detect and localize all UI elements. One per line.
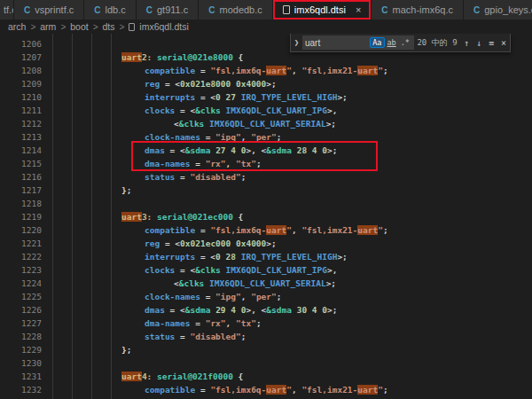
line-content[interactable]: compatible = "fsl,imx6q-uart", "fsl,imx2…: [46, 64, 388, 77]
code-line[interactable]: 1211clocks = <&clks IMX6QDL_CLK_UART_IPG…: [0, 104, 532, 117]
line-content[interactable]: uart2: serial@021e8000 {: [46, 51, 243, 64]
code-line[interactable]: 1213clock-names = "ipg", "per";: [0, 130, 532, 144]
code-token: "ipg": [215, 292, 241, 301]
code-line[interactable]: 1222interrupts = <0 28 IRQ_TYPE_LEVEL_HI…: [0, 250, 532, 263]
line-content[interactable]: };: [46, 184, 131, 197]
code-token: status: [145, 332, 175, 341]
line-number: 1230: [0, 356, 46, 370]
tab-close-icon[interactable]: ×: [356, 4, 361, 15]
code-token: dmas: [145, 305, 165, 315]
line-number: 1217: [0, 184, 46, 197]
tab-vsprintf.c[interactable]: Cvsprintf.c: [14, 0, 84, 20]
line-content[interactable]: uart4: serial@021f0000 {: [46, 370, 243, 383]
code-line[interactable]: 1216status = "disabled";: [0, 170, 532, 184]
code-token: &clks: [195, 106, 221, 115]
code-line[interactable]: 1229};: [0, 343, 532, 356]
find-expand-toggle-icon[interactable]: ❯: [291, 38, 302, 47]
line-content[interactable]: clock-names = "ipg", "per";: [46, 130, 282, 144]
breadcrumb-item-arch[interactable]: arch: [8, 21, 26, 32]
code-token: "ipg": [215, 132, 241, 142]
line-content[interactable]: status = "disabled";: [46, 170, 246, 184]
code-line[interactable]: 1214dmas = <&sdma 27 4 0>, <&sdma 28 4 0…: [0, 144, 532, 157]
breadcrumb-item-arm[interactable]: arm: [40, 21, 56, 32]
breadcrumb-item-boot[interactable]: boot: [70, 21, 88, 32]
line-content[interactable]: compatible = "fsl,imx6q-uart", "fsl,imx2…: [46, 383, 388, 396]
code-line[interactable]: 1218: [0, 197, 532, 210]
find-in-selection-button[interactable]: ≡: [485, 38, 497, 48]
code-line[interactable]: 1223clocks = <&clks IMX6QDL_CLK_UART_IPG…: [0, 263, 532, 277]
line-number: 1210: [0, 90, 46, 104]
tab-tf.c[interactable]: tf.c: [0, 0, 14, 20]
code-line[interactable]: 1228status = "disabled";: [0, 330, 532, 343]
code-line[interactable]: 1215dma-names = "rx", "tx";: [0, 157, 532, 170]
line-content[interactable]: uart3: serial@021ec000 {: [46, 210, 243, 223]
code-token: "fsl,imx21-: [301, 225, 357, 235]
find-input[interactable]: [305, 38, 369, 48]
tab-imx6qdl.dtsi[interactable]: imx6qdl.dtsi×: [273, 0, 372, 20]
line-content[interactable]: dma-names = "rx", "tx";: [46, 157, 262, 170]
tab-gpio_keys.c[interactable]: Cgpio_keys.c: [464, 0, 532, 20]
code-line[interactable]: 1221reg = <0x021ec000 0x4000>;: [0, 237, 532, 250]
line-number: 1223: [0, 263, 46, 277]
code-token: serial@021ec000: [157, 212, 233, 222]
line-content[interactable]: dmas = <&sdma 29 4 0>, <&sdma 30 4 0>;: [46, 303, 337, 317]
line-content[interactable]: };: [46, 343, 131, 356]
line-number: 1207: [0, 51, 46, 64]
previous-match-button[interactable]: ↑: [460, 38, 473, 48]
line-number: 1219: [0, 210, 46, 223]
code-token: &clks: [179, 119, 205, 129]
code-token: 27 4 0: [215, 145, 246, 155]
line-number: 1213: [0, 130, 46, 144]
line-content[interactable]: reg = <0x021ec000 0x4000>;: [46, 237, 277, 250]
line-content[interactable]: <&clks IMX6QDL_CLK_UART_SERIAL>;: [46, 117, 336, 130]
code-line[interactable]: 1230: [0, 356, 532, 370]
code-line[interactable]: 1219uart3: serial@021ec000 {: [0, 210, 532, 223]
line-content[interactable]: clocks = <&clks IMX6QDL_CLK_UART_IPG>,: [46, 104, 337, 117]
line-content[interactable]: dma-names = "rx", "tx";: [46, 317, 262, 330]
breadcrumb-item-dts[interactable]: dts: [103, 21, 115, 32]
code-area[interactable]: 12061207uart2: serial@021e8000 {1208comp…: [0, 34, 532, 396]
line-content[interactable]: <&clks IMX6QDL_CLK_UART_SERIAL>;: [46, 277, 336, 290]
whole-word-button[interactable]: ab: [386, 38, 398, 47]
next-match-button[interactable]: ↓: [473, 38, 485, 48]
match-case-button[interactable]: Aa: [370, 37, 384, 48]
code-token: =: [175, 332, 190, 341]
regex-button[interactable]: .*: [399, 38, 411, 47]
code-token: interrupts: [145, 252, 195, 262]
code-line[interactable]: 1217};: [0, 184, 532, 197]
code-token: dmas: [145, 145, 165, 155]
code-line[interactable]: 1231uart4: serial@021f0000 {: [0, 370, 532, 383]
tab-gt911.c[interactable]: Cgt911.c: [137, 0, 200, 20]
line-content[interactable]: dmas = <&sdma 27 4 0>, <&sdma 28 4 0>;: [46, 144, 337, 157]
tab-modedb.c[interactable]: Cmodedb.c: [199, 0, 273, 20]
code-line[interactable]: 1227dma-names = "rx", "tx";: [0, 317, 532, 330]
line-content[interactable]: reg = <0x021e8000 0x4000>;: [46, 77, 277, 90]
editor-pane[interactable]: 12061207uart2: serial@021e8000 {1208comp…: [0, 34, 532, 399]
line-content[interactable]: interrupts = <0 27 IRQ_TYPE_LEVEL_HIGH>;: [46, 90, 348, 104]
code-line[interactable]: 1232compatible = "fsl,imx6q-uart", "fsl,…: [0, 383, 532, 396]
code-line[interactable]: 1212<&clks IMX6QDL_CLK_UART_SERIAL>;: [0, 117, 532, 130]
code-line[interactable]: 1208compatible = "fsl,imx6q-uart", "fsl,…: [0, 64, 532, 77]
code-line[interactable]: 1207uart2: serial@021e8000 {: [0, 51, 532, 64]
line-content[interactable]: status = "disabled";: [46, 330, 246, 343]
code-line[interactable]: 1209reg = <0x021e8000 0x4000>;: [0, 77, 532, 90]
code-line[interactable]: 1224<&clks IMX6QDL_CLK_UART_SERIAL>;: [0, 277, 532, 290]
code-token: "rx": [206, 318, 226, 328]
line-number: 1208: [0, 64, 46, 77]
line-content[interactable]: interrupts = <0 28 IRQ_TYPE_LEVEL_HIGH>;: [46, 250, 348, 263]
find-close-button[interactable]: ×: [497, 38, 510, 48]
breadcrumb-separator: >: [60, 22, 66, 32]
tab-mach-imx6q.c[interactable]: Cmach-imx6q.c: [372, 0, 464, 20]
code-line[interactable]: 1210interrupts = <0 27 IRQ_TYPE_LEVEL_HI…: [0, 90, 532, 104]
line-content[interactable]: clock-names = "ipg", "per";: [46, 290, 282, 303]
line-content[interactable]: compatible = "fsl,imx6q-uart", "fsl,imx2…: [46, 223, 388, 237]
line-number: 1220: [0, 223, 46, 237]
line-content[interactable]: clocks = <&clks IMX6QDL_CLK_UART_IPG>,: [46, 263, 337, 277]
tab-ldb.c[interactable]: Cldb.c: [84, 0, 136, 20]
code-token: "disabled": [191, 332, 241, 341]
breadcrumb-item-imx6qdl.dtsi[interactable]: imx6qdl.dtsi: [139, 21, 188, 32]
code-line[interactable]: 1220compatible = "fsl,imx6q-uart", "fsl,…: [0, 223, 532, 237]
code-line[interactable]: 1226dmas = <&sdma 29 4 0>, <&sdma 30 4 0…: [0, 303, 532, 317]
code-line[interactable]: 1225clock-names = "ipg", "per";: [0, 290, 532, 303]
code-token: &sdma: [185, 305, 211, 315]
